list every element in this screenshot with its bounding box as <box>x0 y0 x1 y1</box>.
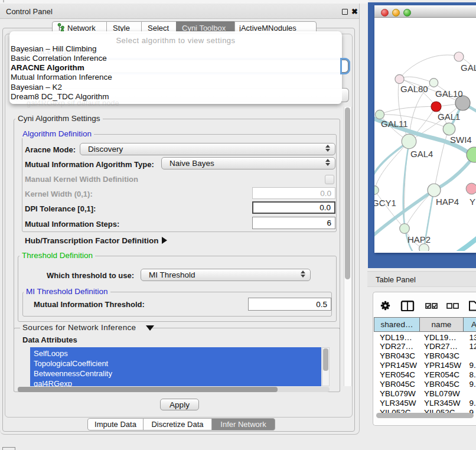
svg-text:HAP2: HAP2 <box>407 234 431 244</box>
svg-text:GAL11: GAL11 <box>381 119 408 129</box>
svg-text:GAL80: GAL80 <box>400 84 428 94</box>
svg-text:GAL3: GAL3 <box>461 63 476 73</box>
svg-text:GAL4: GAL4 <box>410 149 433 159</box>
svg-text:HAP4: HAP4 <box>436 197 459 207</box>
svg-text:GAL1: GAL1 <box>438 112 460 122</box>
svg-text:SWI4: SWI4 <box>450 135 472 145</box>
svg-text:Y: Y <box>470 197 475 207</box>
svg-text:GAL10: GAL10 <box>435 89 463 99</box>
svg-text:GCY1: GCY1 <box>374 198 396 208</box>
